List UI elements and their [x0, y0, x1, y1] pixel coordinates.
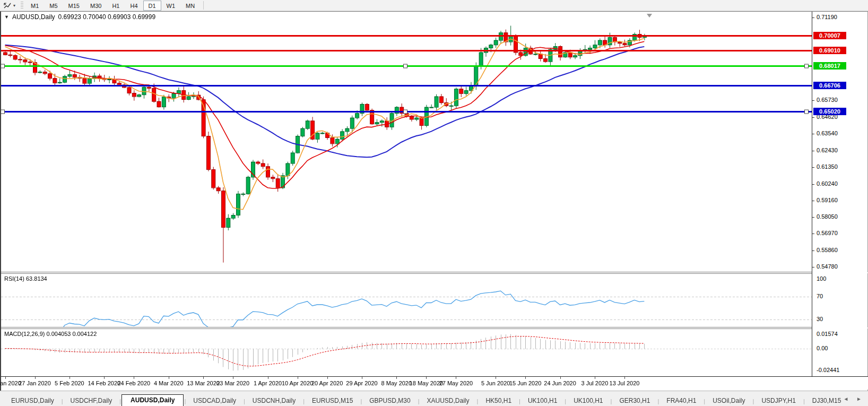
- tab-audusd-daily[interactable]: AUDUSD,Daily: [121, 394, 184, 406]
- timeframe-button-h4[interactable]: H4: [125, 1, 143, 11]
- date-label: 27 Jan 2020: [19, 380, 51, 386]
- tab-usdcad-daily[interactable]: USDCAD,Daily: [186, 395, 243, 406]
- chart-window: ▼ AUDUSD,Daily 0.69923 0.70040 0.69903 0…: [0, 11, 868, 391]
- chart-shift-marker[interactable]: [647, 14, 652, 18]
- date-label: 24 Jun 2020: [544, 380, 576, 386]
- main-chart-canvas[interactable]: [1, 12, 812, 272]
- axis-tick-mark: [812, 217, 814, 218]
- axis-tick-label: 0.58050: [817, 213, 838, 220]
- tab-usdchf-daily[interactable]: USDCHF,Daily: [64, 395, 119, 406]
- chart-tab-strip: EURUSD,Daily|USDCHF,Daily|AUDUSD,Daily|U…: [4, 394, 847, 406]
- axis-tick-label: 0.61350: [817, 163, 838, 170]
- toolbar-separator: [203, 1, 204, 10]
- date-label: 5 Feb 2020: [55, 380, 84, 386]
- date-label: 14 Feb 2020: [88, 380, 120, 386]
- date-tick-mark: [203, 377, 204, 379]
- rsi-axis-label: 30: [817, 316, 823, 322]
- tab-usoil-daily[interactable]: USOil,Daily: [706, 395, 752, 406]
- macd-axis-label: -0.02441: [817, 367, 839, 373]
- axis-tick-mark: [812, 151, 814, 151]
- tab-ger30-h1[interactable]: GER30,H1: [612, 395, 657, 406]
- tab-uk100-h1[interactable]: UK100,H1: [521, 395, 564, 406]
- mt4-application-window: ▾ M1M5M15M30H1H4D1W1MN ▼ AUDUSD,Daily 0.…: [0, 0, 868, 406]
- date-label: 4 Mar 2020: [154, 380, 184, 386]
- timeframe-button-m5[interactable]: M5: [44, 1, 63, 11]
- tab-fra40-h1[interactable]: FRA40,H1: [659, 395, 703, 406]
- tab-xauusd-daily[interactable]: XAUUSD,Daily: [420, 395, 476, 406]
- tab-hk50-h1[interactable]: HK50,H1: [479, 395, 518, 406]
- timeframe-button-m30[interactable]: M30: [85, 1, 107, 11]
- price-level-badge[interactable]: 0.65020: [813, 108, 846, 115]
- date-tick-mark: [35, 377, 36, 379]
- date-label: 18 May 2020: [410, 380, 444, 386]
- date-label: 10 Apr 2020: [282, 380, 313, 386]
- date-label: 8 May 2020: [381, 380, 412, 386]
- axis-tick-label: 0.60240: [817, 180, 838, 187]
- timeframe-button-mn[interactable]: MN: [180, 1, 200, 11]
- chevron-down-icon[interactable]: ▾: [13, 3, 15, 8]
- price-level-badge[interactable]: 0.69010: [813, 47, 846, 54]
- collapse-arrow-icon[interactable]: ▼: [4, 14, 9, 20]
- axis-tick-label: 0.63540: [817, 130, 838, 136]
- tab-usdjpy-h1[interactable]: USDJPY,H1: [754, 395, 802, 406]
- price-level-badge[interactable]: 0.66706: [813, 82, 846, 89]
- axis-tick-mark: [812, 117, 814, 118]
- crosshair-cursor-icon[interactable]: [3, 2, 12, 10]
- chart-tab-bar: EURUSD,Daily|USDCHF,Daily|AUDUSD,Daily|U…: [0, 391, 868, 406]
- date-label: 5 Jun 2020: [481, 380, 510, 386]
- date-tick-mark: [560, 377, 561, 379]
- date-tick-mark: [456, 377, 456, 379]
- axis-tick-label: 0.55860: [817, 247, 838, 253]
- date-tick-mark: [70, 377, 70, 379]
- date-label: 15 Jun 2020: [509, 380, 542, 386]
- date-tick-mark: [169, 377, 169, 379]
- timeframe-button-d1[interactable]: D1: [143, 1, 161, 11]
- date-tick-mark: [426, 377, 427, 379]
- price-chart-pane[interactable]: ▼ AUDUSD,Daily 0.69923 0.70040 0.69903 0…: [1, 12, 812, 272]
- macd-indicator-pane[interactable]: MACD(12,26,9) 0.004053 0.004122: [1, 329, 812, 376]
- axis-tick-mark: [812, 18, 814, 18]
- macd-axis-label: 0.00: [817, 345, 828, 351]
- date-tick-mark: [396, 377, 397, 379]
- price-level-badge[interactable]: 0.68017: [813, 62, 846, 70]
- tab-scroll-arrows[interactable]: ◄ ►: [843, 396, 865, 402]
- axis-tick-label: 0.62430: [817, 147, 838, 153]
- timeframe-button-m1[interactable]: M1: [25, 1, 44, 11]
- macd-axis-label: 0.01574: [817, 331, 838, 337]
- date-label: 17 Jan 2020: [0, 380, 21, 386]
- chart-tools-group[interactable]: ▾: [0, 0, 19, 11]
- date-tick-mark: [268, 377, 268, 379]
- date-label: 24 Feb 2020: [117, 380, 150, 386]
- tab-uk100-h1[interactable]: UK100,H1: [567, 395, 610, 406]
- tab-eurusd-m15[interactable]: EURUSD,M15: [305, 395, 360, 406]
- rsi-canvas[interactable]: [1, 274, 812, 329]
- price-axis[interactable]: 0.711900.657300.646200.635400.624300.613…: [812, 12, 867, 376]
- toolbar-grip[interactable]: [21, 2, 23, 10]
- axis-tick-mark: [812, 250, 814, 251]
- rsi-indicator-pane[interactable]: RSI(14) 63.8134: [1, 274, 812, 329]
- timeframe-button-w1[interactable]: W1: [161, 1, 181, 11]
- timeframe-button-h1[interactable]: H1: [107, 1, 125, 11]
- timeframe-button-m15[interactable]: M15: [63, 1, 85, 11]
- date-label: 20 Apr 2020: [311, 380, 343, 386]
- macd-label: MACD(12,26,9) 0.004053 0.004122: [4, 331, 97, 337]
- date-tick-mark: [362, 377, 362, 379]
- tab-usdcnh-daily[interactable]: USDCNH,Daily: [246, 395, 302, 406]
- tab-gbpusd-m30[interactable]: GBPUSD,M30: [362, 395, 417, 406]
- date-label: 13 Mar 2020: [187, 380, 220, 386]
- tab-eurusd-daily[interactable]: EURUSD,Daily: [4, 395, 61, 406]
- axis-tick-mark: [812, 234, 814, 234]
- tab-dj30-m15[interactable]: DJ30,M15: [805, 395, 847, 406]
- date-label: 29 Apr 2020: [346, 380, 377, 386]
- axis-tick-mark: [812, 267, 814, 267]
- axis-tick-mark: [812, 167, 814, 168]
- date-tick-mark: [595, 377, 595, 379]
- price-level-badge[interactable]: 0.70007: [813, 32, 846, 39]
- date-label: 23 Mar 2020: [216, 380, 249, 386]
- date-label: 1 Apr 2020: [254, 380, 282, 386]
- date-tick-mark: [327, 377, 328, 379]
- date-axis[interactable]: 17 Jan 202027 Jan 20205 Feb 202014 Feb 2…: [1, 376, 868, 390]
- rsi-axis-label: 70: [817, 293, 823, 299]
- date-tick-mark: [496, 377, 496, 379]
- macd-canvas[interactable]: [1, 329, 812, 376]
